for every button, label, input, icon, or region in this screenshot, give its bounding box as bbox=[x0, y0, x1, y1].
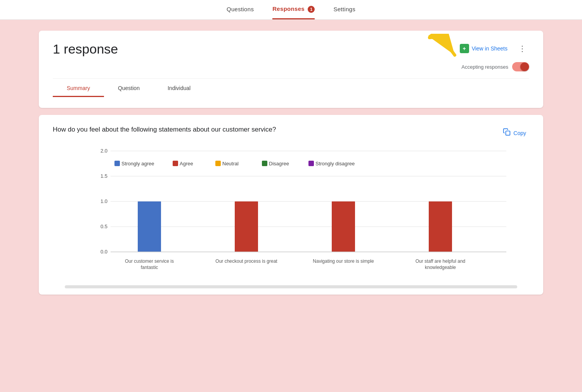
sub-tab-question[interactable]: Question bbox=[104, 81, 154, 97]
svg-text:Agree: Agree bbox=[180, 161, 193, 167]
svg-rect-24 bbox=[332, 201, 355, 252]
svg-text:0.0: 0.0 bbox=[100, 249, 107, 255]
svg-text:Our customer service is: Our customer service is bbox=[125, 258, 174, 264]
svg-rect-18 bbox=[262, 161, 267, 166]
responses-badge: 1 bbox=[308, 6, 315, 13]
response-top-row: 1 response + View in Sheets bbox=[53, 42, 529, 59]
chart-area: 2.0 1.5 1.0 0.5 0.0 Strongly agree Agree… bbox=[53, 147, 529, 281]
svg-text:1.5: 1.5 bbox=[100, 173, 107, 179]
accepting-row: Accepting responses bbox=[53, 62, 529, 71]
top-nav: Questions Responses 1 Settings bbox=[0, 0, 582, 20]
svg-rect-22 bbox=[138, 201, 161, 252]
sub-tab-individual[interactable]: Individual bbox=[154, 81, 204, 97]
copy-icon bbox=[503, 128, 511, 138]
svg-text:1.0: 1.0 bbox=[100, 198, 107, 204]
tab-questions[interactable]: Questions bbox=[227, 6, 254, 19]
view-in-sheets-button[interactable]: + View in Sheets bbox=[457, 42, 511, 56]
svg-text:Navigating our store is simple: Navigating our store is simple bbox=[313, 258, 374, 264]
accepting-label: Accepting responses bbox=[461, 64, 508, 70]
chart-card: How do you feel about the following stat… bbox=[39, 115, 543, 295]
arrow-annotation bbox=[426, 34, 461, 62]
svg-text:fantastic: fantastic bbox=[141, 265, 158, 270]
header-actions: + View in Sheets ⋮ bbox=[457, 42, 529, 56]
tab-settings[interactable]: Settings bbox=[333, 6, 355, 19]
svg-text:Strongly disagree: Strongly disagree bbox=[315, 161, 355, 167]
svg-text:Strongly agree: Strongly agree bbox=[121, 161, 154, 167]
chart-header-row: How do you feel about the following stat… bbox=[53, 126, 529, 140]
sub-tabs: Summary Question Individual bbox=[53, 78, 529, 97]
svg-text:2.0: 2.0 bbox=[100, 148, 107, 154]
sub-tab-summary[interactable]: Summary bbox=[53, 81, 104, 97]
toggle-track bbox=[512, 62, 529, 71]
chart-question: How do you feel about the following stat… bbox=[53, 126, 276, 134]
svg-rect-12 bbox=[114, 161, 120, 166]
svg-text:Our checkout process is great: Our checkout process is great bbox=[215, 258, 277, 264]
svg-text:Our staff are helpful and: Our staff are helpful and bbox=[416, 258, 466, 264]
svg-rect-23 bbox=[235, 201, 258, 252]
svg-rect-14 bbox=[173, 161, 178, 166]
tab-responses[interactable]: Responses 1 bbox=[272, 5, 315, 19]
svg-rect-20 bbox=[308, 161, 314, 166]
bar-chart-svg: 2.0 1.5 1.0 0.5 0.0 Strongly agree Agree… bbox=[72, 147, 529, 279]
svg-text:Disagree: Disagree bbox=[269, 161, 289, 167]
copy-button[interactable]: Copy bbox=[500, 126, 529, 140]
svg-text:Neutral: Neutral bbox=[222, 161, 239, 167]
svg-text:knowledgeable: knowledgeable bbox=[425, 265, 456, 270]
response-count: 1 response bbox=[53, 42, 118, 57]
toggle-thumb bbox=[520, 62, 529, 71]
svg-text:0.5: 0.5 bbox=[100, 224, 107, 229]
chart-scrollbar[interactable] bbox=[65, 285, 518, 288]
response-header-card: 1 response + View in Sheets bbox=[39, 31, 543, 108]
svg-rect-16 bbox=[215, 161, 221, 166]
more-options-button[interactable]: ⋮ bbox=[515, 42, 529, 56]
main-content: 1 response + View in Sheets bbox=[0, 20, 582, 305]
sheets-icon: + bbox=[460, 44, 469, 53]
svg-rect-1 bbox=[506, 131, 510, 135]
svg-rect-25 bbox=[429, 201, 452, 252]
accepting-responses-toggle[interactable] bbox=[512, 62, 529, 71]
